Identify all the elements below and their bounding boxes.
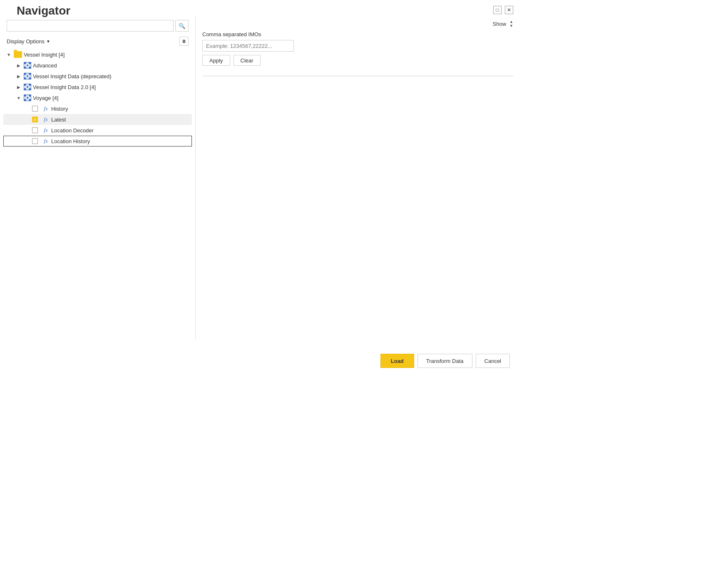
tree-label-history: History [51, 106, 68, 112]
tree-item-latest[interactable]: fx Latest [3, 114, 192, 125]
show-button[interactable]: Show ▲ ▼ [493, 20, 513, 28]
window-controls: □ ✕ [493, 6, 513, 14]
close-button[interactable]: ✕ [505, 6, 513, 14]
tree-label-vessel-insight-2: Vessel Insight Data 2.0 [4] [33, 84, 96, 90]
expand-vessel-insight-2[interactable]: ▶ [15, 84, 22, 90]
folder-icon [14, 51, 22, 58]
clear-button[interactable]: Clear [234, 55, 261, 66]
display-options-label: Display Options [7, 38, 45, 45]
tree-item-vessel-insight-deprecated[interactable]: ▶ Vessel Insight Data (deprecated) [3, 71, 192, 82]
imo-section: Comma separated IMOs Apply Clear [202, 31, 513, 66]
load-button[interactable]: Load [380, 354, 414, 368]
show-label: Show [493, 21, 507, 27]
expand-vessel-insight[interactable]: ▼ [5, 51, 12, 58]
table-icon-advanced [24, 62, 31, 69]
select-all-icon: 🗎 [182, 39, 186, 44]
tree-label-vessel-insight: Vessel Insight [4] [24, 52, 65, 58]
search-button[interactable]: 🔍 [175, 20, 189, 32]
table-icon-deprecated [24, 73, 31, 79]
table-icon-voyage [24, 94, 31, 101]
tree-label-latest: Latest [51, 117, 66, 123]
show-row: Show ▲ ▼ [202, 20, 513, 28]
tree-container: ▼ Vessel Insight [4] ▶ Advanced ▶ [0, 49, 195, 340]
chevron-down-icon: ▼ [46, 39, 50, 44]
tree-label-location-history: Location History [51, 138, 90, 144]
transform-data-button[interactable]: Transform Data [417, 354, 472, 368]
search-input[interactable] [7, 20, 174, 32]
bottom-bar: Load Transform Data Cancel [370, 349, 520, 373]
main-layout: 🔍 Display Options ▼ 🗎 ▼ Vessel Insight [… [0, 17, 520, 340]
checkbox-history[interactable] [32, 106, 38, 112]
tree-item-voyage[interactable]: ▼ Voyage [4] [3, 92, 192, 103]
tree-item-vessel-insight[interactable]: ▼ Vessel Insight [4] [3, 49, 192, 60]
checkbox-latest[interactable] [32, 117, 38, 122]
expand-voyage[interactable]: ▼ [15, 94, 22, 101]
func-icon-location-history: fx [42, 138, 50, 144]
apply-button[interactable]: Apply [202, 55, 230, 66]
tree-label-location-decoder: Location Decoder [51, 127, 94, 134]
tree-item-location-decoder[interactable]: fx Location Decoder [3, 125, 192, 136]
left-panel: 🔍 Display Options ▼ 🗎 ▼ Vessel Insight [… [0, 17, 196, 340]
checkbox-location-history[interactable] [32, 138, 38, 144]
divider [202, 76, 513, 76]
func-icon-location-decoder: fx [42, 127, 50, 134]
expand-vessel-insight-deprecated[interactable]: ▶ [15, 73, 22, 79]
tree-label-advanced: Advanced [33, 62, 57, 69]
tree-item-vessel-insight-2[interactable]: ▶ Vessel Insight Data 2.0 [4] [3, 82, 192, 92]
tree-label-vessel-insight-deprecated: Vessel Insight Data (deprecated) [33, 73, 112, 79]
checkbox-location-decoder[interactable] [32, 127, 38, 133]
search-icon: 🔍 [179, 23, 186, 29]
cancel-button[interactable]: Cancel [476, 354, 510, 368]
imo-input[interactable] [202, 40, 294, 52]
func-icon-history: fx [42, 105, 50, 112]
tree-item-location-history[interactable]: fx Location History [3, 136, 192, 146]
imo-buttons: Apply Clear [202, 55, 513, 66]
imo-label: Comma separated IMOs [202, 31, 513, 37]
chevron-up-down-icon: ▲ ▼ [509, 20, 513, 28]
select-all-button[interactable]: 🗎 [179, 37, 189, 46]
table-icon-vessel-insight-2 [24, 84, 31, 90]
tree-item-history[interactable]: fx History [3, 103, 192, 114]
minimize-button[interactable]: □ [493, 6, 502, 14]
tree-label-voyage: Voyage [4] [33, 95, 58, 101]
display-options-row: Display Options ▼ 🗎 [0, 35, 195, 49]
func-icon-latest: fx [42, 116, 50, 123]
expand-advanced[interactable]: ▶ [15, 62, 22, 69]
display-options-button[interactable]: Display Options ▼ [7, 38, 50, 45]
search-row: 🔍 [0, 17, 195, 35]
right-panel: Show ▲ ▼ Comma separated IMOs Apply Clea… [196, 17, 520, 340]
tree-item-advanced[interactable]: ▶ Advanced [3, 60, 192, 71]
title-bar: Navigator □ ✕ [0, 0, 520, 17]
